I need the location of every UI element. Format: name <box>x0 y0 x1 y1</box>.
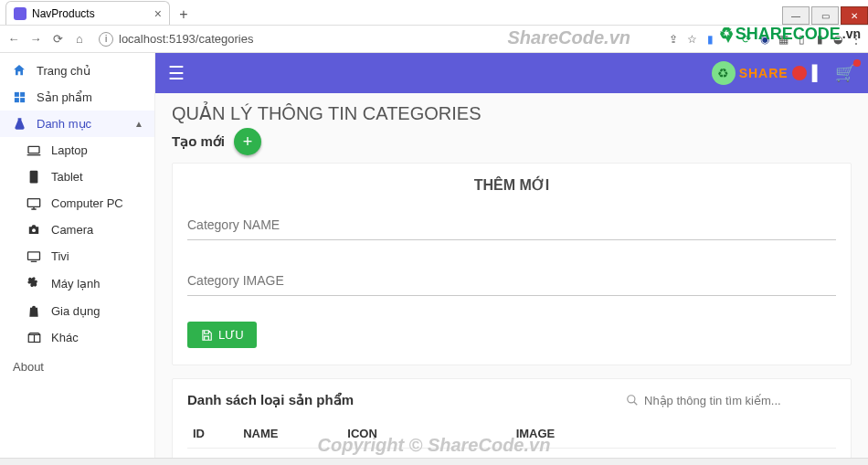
create-label: Tạo mới <box>172 133 225 150</box>
new-tab-button[interactable]: + <box>174 5 194 25</box>
search-box[interactable] <box>626 394 836 407</box>
svg-rect-2 <box>14 98 18 102</box>
share-icon[interactable]: ⇪ <box>667 33 680 46</box>
sidebar-item-products[interactable]: Sản phẩm <box>0 84 154 111</box>
recycle-icon: ♻ <box>712 61 736 85</box>
sidebar-item-label: Tablet <box>51 170 83 184</box>
cell-image: fas fa-laptop <box>511 449 679 459</box>
sidebar-sub-khac[interactable]: Khác <box>0 324 154 351</box>
svg-rect-3 <box>20 98 25 102</box>
list-title: Danh sách loại sản phẩm <box>187 392 354 408</box>
window-controls: — ▭ ✕ <box>782 6 868 25</box>
sidebar: Trang chủ Sản phẩm Danh mục ▲ Laptop Tab… <box>0 53 155 458</box>
sidebar-item-label: Máy lạnh <box>51 277 101 291</box>
cell-icon: fas fa-laptop <box>342 449 510 459</box>
window-close[interactable]: ✕ <box>841 6 868 25</box>
sidebar-item-categories[interactable]: Danh mục ▲ <box>0 111 154 137</box>
browser-tab[interactable]: NavProducts × <box>5 1 170 25</box>
cart-icon[interactable]: 🛒 <box>835 63 855 83</box>
form-title: THÊM MỚI <box>187 176 836 194</box>
category-image-input[interactable] <box>187 266 836 296</box>
svg-rect-6 <box>27 198 39 206</box>
statusbar <box>0 458 868 465</box>
tv-icon <box>26 250 42 262</box>
categories-table: ID NAME ICON IMAGE 1 Laptop fas fa-lapto… <box>187 419 836 458</box>
desktop-icon <box>26 197 42 210</box>
appbar: ☰ ♻ SHARE ▌ 🛒 <box>155 53 868 93</box>
tab-favicon <box>14 7 26 20</box>
save-label: LƯU <box>218 328 244 342</box>
sidebar-item-label: Camera <box>51 223 93 237</box>
sidebar-item-label: Gia dụng <box>51 304 101 318</box>
search-input[interactable] <box>644 394 836 407</box>
window-minimize[interactable]: — <box>782 6 810 25</box>
grid-icon <box>11 90 27 104</box>
tab-title: NavProducts <box>32 7 95 20</box>
window-maximize[interactable]: ▭ <box>811 6 839 25</box>
bag-icon <box>26 303 42 318</box>
sidebar-about[interactable]: About <box>0 351 154 383</box>
table-row: 1 Laptop fas fa-laptop fas fa-laptop <box>187 449 836 459</box>
svg-point-7 <box>32 228 36 232</box>
star-icon[interactable]: ☆ <box>685 33 698 46</box>
cell-id: 1 <box>187 449 238 459</box>
camera-icon <box>26 224 42 236</box>
ext-icon-1[interactable]: ▮ <box>704 33 716 46</box>
tab-close-icon[interactable]: × <box>154 6 162 21</box>
category-name-input[interactable] <box>187 210 836 240</box>
svg-rect-1 <box>20 92 25 97</box>
svg-rect-4 <box>28 146 39 153</box>
sidebar-sub-camera[interactable]: Camera <box>0 217 154 243</box>
reload-icon[interactable]: ⟳ <box>49 32 66 46</box>
save-icon <box>200 329 213 342</box>
box-icon <box>26 332 42 343</box>
save-button[interactable]: LƯU <box>187 322 257 348</box>
sidebar-item-label: Sản phẩm <box>37 90 92 104</box>
add-button[interactable]: + <box>234 128 261 155</box>
sidebar-item-label: Khác <box>51 331 79 344</box>
sidebar-sub-tivi[interactable]: Tivi <box>0 243 154 269</box>
col-icon: ICON <box>342 419 510 449</box>
sidebar-sub-tablet[interactable]: Tablet <box>0 164 154 190</box>
back-icon[interactable]: ← <box>5 32 22 46</box>
col-id: ID <box>187 419 238 449</box>
laptop-icon <box>26 145 42 156</box>
svg-point-10 <box>628 396 635 403</box>
sidebar-item-label: Trang chủ <box>37 64 90 78</box>
hamburger-icon[interactable]: ☰ <box>168 62 185 84</box>
address-bar[interactable]: i localhost:5193/categories <box>93 32 662 47</box>
main: ☰ ♻ SHARE ▌ 🛒 QUẢN LÝ THÔNG TIN CATEGORI… <box>155 53 868 458</box>
sidebar-item-label: Tivi <box>51 249 69 263</box>
sidebar-item-home[interactable]: Trang chủ <box>0 57 154 84</box>
home-icon[interactable]: ⌂ <box>71 32 88 46</box>
site-info-icon[interactable]: i <box>99 32 113 47</box>
chevron-up-icon: ▲ <box>134 119 143 129</box>
appbar-logo-text: SHARE <box>739 66 789 80</box>
tablet-icon <box>26 170 42 184</box>
col-image: IMAGE <box>511 419 679 449</box>
cell-name: Laptop <box>238 449 342 459</box>
sidebar-sub-computer[interactable]: Computer PC <box>0 190 154 217</box>
sidebar-sub-giadung[interactable]: Gia dụng <box>0 297 154 324</box>
sidebar-item-label: Computer PC <box>51 196 123 210</box>
appbar-logo: ♻ SHARE ▌ <box>712 61 824 85</box>
sidebar-item-label: Laptop <box>51 143 88 157</box>
home-icon <box>11 63 27 78</box>
svg-rect-8 <box>28 252 40 259</box>
forward-icon[interactable]: → <box>27 32 44 46</box>
sidebar-sub-maylanh[interactable]: Máy lạnh <box>0 269 154 297</box>
col-name: NAME <box>238 419 342 449</box>
watermark-logo: ♻ SHARECODE.vn <box>719 24 861 44</box>
svg-rect-5 <box>30 171 38 184</box>
fan-icon <box>26 276 42 291</box>
sidebar-sub-laptop[interactable]: Laptop <box>0 137 154 164</box>
form-card: THÊM MỚI LƯU <box>172 163 852 365</box>
page-title: QUẢN LÝ THÔNG TIN CATEGORIES <box>172 102 852 124</box>
flask-icon <box>11 117 27 131</box>
search-icon <box>626 394 639 407</box>
content: QUẢN LÝ THÔNG TIN CATEGORIES Tạo mới + T… <box>155 93 868 458</box>
sidebar-item-label: Danh mục <box>37 117 91 131</box>
svg-rect-0 <box>14 92 18 97</box>
list-card: Danh sách loại sản phẩm ID NAME ICON <box>172 378 852 458</box>
browser-titlebar: NavProducts × + — ▭ ✕ <box>0 0 868 26</box>
